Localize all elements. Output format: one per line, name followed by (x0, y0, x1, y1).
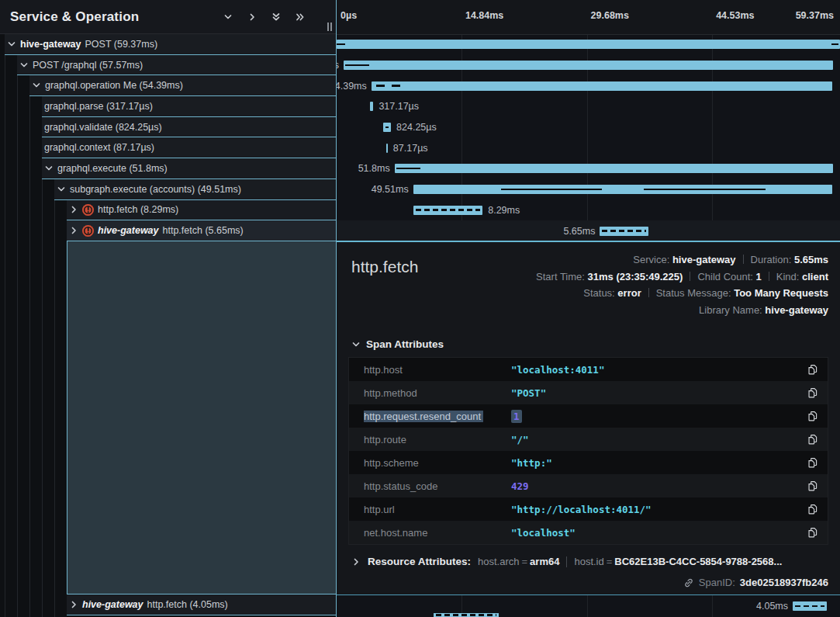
attribute-value: "http://localhost:4011/" (511, 504, 652, 515)
span-row[interactable]: hive-gatewayhttp.fetch (4.05ms) (0, 594, 336, 615)
attribute-row: http.route"/" (349, 428, 828, 451)
span-id-value: 3de02518937fb246 (740, 577, 828, 588)
copy-icon[interactable] (807, 411, 818, 421)
span-bar[interactable] (434, 613, 499, 617)
resource-attributes-toggle[interactable]: Resource Attributes: host.arch=arm64host… (351, 556, 828, 567)
copy-icon[interactable] (807, 387, 818, 398)
tree-header-actions (223, 12, 305, 22)
copy-icon[interactable] (807, 480, 818, 491)
chevron-right-icon[interactable] (69, 600, 78, 609)
attribute-row: http.scheme"http:" (349, 451, 828, 474)
attribute-value: "localhost" (511, 527, 576, 539)
operation-name: POST (59.37ms) (85, 39, 158, 50)
attribute-row: http.request.resend_count1 (349, 404, 828, 428)
chevron-down-icon[interactable] (44, 164, 54, 173)
span-bar[interactable] (600, 227, 648, 236)
span-duration-label: 317.17µs (379, 101, 419, 112)
span-row[interactable]: !hive-gatewayhttp.fetch (5.65ms) (0, 220, 336, 241)
span-title: http.fetch (351, 258, 418, 318)
span-bar[interactable] (372, 81, 832, 91)
meta-line: Library Name: hive-gateway (536, 302, 828, 319)
operation-name: graphql.execute (51.8ms) (57, 163, 168, 174)
resource-attributes-title: Resource Attributes: (368, 556, 471, 567)
span-bar[interactable] (413, 206, 483, 215)
attribute-row: http.method"POST" (349, 381, 828, 404)
timeline-row: 51.8ms (337, 158, 840, 179)
copy-icon[interactable] (807, 364, 818, 375)
timeline-tick: 14.84ms (465, 10, 503, 21)
timeline-tick: 0µs (340, 10, 357, 21)
attribute-key: http.host (364, 364, 511, 376)
copy-icon[interactable] (807, 457, 818, 468)
span-row[interactable]: subgraph.execute (accounts) (49.51ms) (0, 179, 336, 200)
service-name: hive-gateway (98, 225, 159, 236)
timeline-row: 4.05ms (337, 596, 840, 617)
attribute-key: http.route (364, 434, 511, 445)
double-chevron-right-icon[interactable] (296, 12, 305, 22)
chevron-right-icon[interactable] (69, 205, 78, 214)
span-bar[interactable] (370, 102, 373, 111)
timeline-tick: 59.37ms (796, 10, 834, 21)
attribute-key: http.url (364, 504, 511, 515)
span-row[interactable]: !http.fetch (8.29ms) (0, 200, 336, 221)
resource-attribute-pair: host.arch=arm64 (478, 556, 559, 567)
timeline-row: 317.17µs (337, 96, 840, 117)
chevron-down-icon[interactable] (57, 185, 66, 194)
double-chevron-down-icon[interactable] (271, 12, 281, 22)
span-bar[interactable] (793, 601, 827, 611)
attribute-key: net.host.name (364, 527, 511, 539)
column-resize-handle[interactable] (327, 23, 333, 31)
copy-icon[interactable] (807, 434, 818, 445)
timeline-tick: 44.53ms (716, 10, 754, 21)
span-duration-label: 824.25µs (396, 122, 437, 133)
span-tree-pane: Service & Operation hive-gatewayPOST (59… (0, 0, 337, 617)
span-meta: Service: hive-gatewayDuration: 5.65msSta… (536, 251, 828, 318)
operation-name: http.fetch (4.05ms) (147, 599, 228, 610)
chevron-right-icon[interactable] (69, 226, 78, 235)
span-bar[interactable] (383, 123, 391, 132)
span-bar[interactable] (337, 40, 840, 49)
timeline-row: 824.25µs (337, 117, 840, 138)
operation-name: graphql.operation Me (54.39ms) (45, 80, 183, 91)
span-duration-label: 87.17µs (393, 143, 428, 154)
span-bar[interactable] (386, 144, 388, 153)
chevron-down-icon[interactable] (32, 81, 41, 90)
chevron-down-icon[interactable] (223, 12, 233, 22)
link-icon[interactable] (683, 577, 694, 588)
span-row[interactable]: graphql.execute (51.8ms) (0, 158, 336, 179)
service-name: hive-gateway (20, 39, 81, 50)
operation-name: POST /graphql (57.57ms) (33, 60, 143, 71)
span-attributes-toggle[interactable]: Span Attributes (351, 338, 828, 350)
span-row[interactable]: graphql.validate (824.25µs) (0, 117, 336, 138)
meta-line: Status: errorStatus Message: Too Many Re… (536, 285, 828, 302)
copy-icon[interactable] (807, 504, 818, 515)
span-row[interactable]: graphql.context (87.17µs) (0, 137, 336, 158)
timeline-row: 54.39ms (337, 75, 840, 96)
attribute-value: "/" (511, 434, 529, 445)
chevron-down-icon[interactable] (19, 61, 29, 70)
operation-name: graphql.context (87.17µs) (44, 142, 154, 153)
service-name: hive-gateway (82, 599, 143, 610)
attribute-key: http.method (364, 387, 511, 399)
pane-title: Service & Operation (10, 9, 223, 25)
span-row[interactable]: POST /graphql (57.57ms) (0, 55, 336, 76)
span-bar[interactable] (413, 185, 832, 194)
span-duration-label: 49.51ms (372, 184, 409, 195)
attribute-key: http.status_code (364, 480, 511, 492)
timeline-row: 49.51ms (337, 179, 840, 200)
span-row[interactable]: graphql.operation Me (54.39ms) (0, 75, 336, 96)
span-duration-label: 8.29ms (488, 205, 520, 216)
chevron-down-icon (351, 340, 361, 349)
span-row[interactable]: hive-gatewayPOST (59.37ms) (0, 34, 336, 55)
resource-attribute-pair: host.id=BC62E13B-C4CC-5854-9788-2568... (574, 556, 782, 567)
timeline-row: 8.29ms (337, 200, 840, 221)
span-row[interactable]: graphql.parse (317.17µs) (0, 96, 336, 117)
error-icon: ! (82, 204, 94, 216)
chevron-right-icon[interactable] (247, 12, 257, 22)
span-bar[interactable] (395, 164, 833, 173)
span-bar[interactable] (344, 61, 833, 70)
attribute-row: http.status_code429 (349, 474, 828, 497)
copy-icon[interactable] (807, 527, 818, 538)
span-duration-label: 4.05ms (756, 601, 788, 612)
chevron-down-icon[interactable] (7, 40, 16, 49)
